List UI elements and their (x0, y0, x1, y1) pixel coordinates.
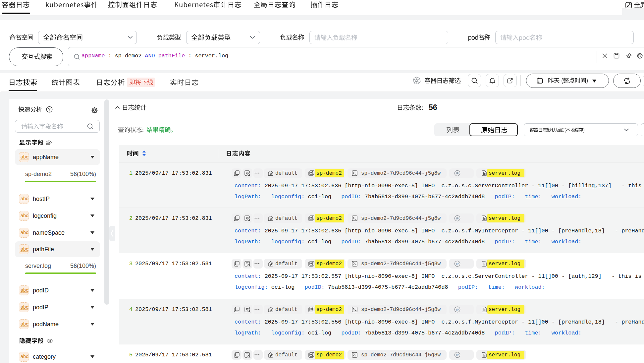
svg-text:IP: IP (456, 262, 458, 265)
svg-text:IP: IP (456, 308, 458, 311)
svg-text:IP: IP (456, 216, 458, 220)
svg-text:IP: IP (456, 171, 458, 175)
svg-text:IP: IP (456, 353, 458, 356)
